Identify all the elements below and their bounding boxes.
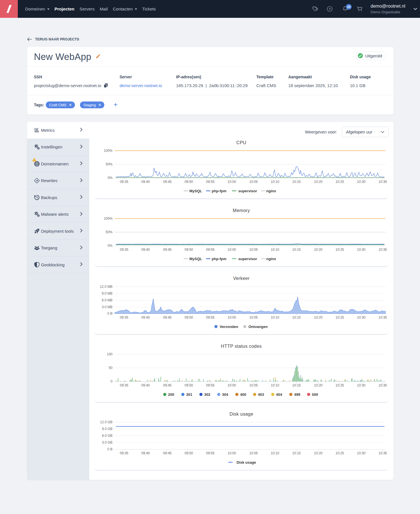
svg-text:3.0 GB: 3.0 GB bbox=[102, 440, 112, 444]
svg-text:10:30: 10:30 bbox=[357, 316, 365, 319]
svg-text:MySQL: MySQL bbox=[189, 189, 202, 193]
svg-text:302: 302 bbox=[204, 392, 211, 397]
svg-text:10:25: 10:25 bbox=[335, 316, 344, 319]
svg-text:50: 50 bbox=[109, 366, 113, 370]
svg-text:09:35: 09:35 bbox=[120, 248, 128, 252]
svg-text:10:15: 10:15 bbox=[292, 316, 301, 319]
svg-text:10:25: 10:25 bbox=[335, 383, 344, 387]
svg-text:10:15: 10:15 bbox=[292, 248, 301, 252]
svg-text:10:05: 10:05 bbox=[249, 451, 258, 455]
svg-text:09:55: 09:55 bbox=[206, 180, 215, 184]
svg-text:nginx: nginx bbox=[266, 189, 276, 193]
svg-text:Disk usage: Disk usage bbox=[237, 460, 256, 465]
svg-text:10:10: 10:10 bbox=[271, 180, 279, 184]
svg-text:10:25: 10:25 bbox=[335, 451, 344, 455]
svg-text:0 B: 0 B bbox=[107, 312, 112, 316]
svg-text:09:40: 09:40 bbox=[141, 248, 150, 252]
svg-text:php-fpm: php-fpm bbox=[212, 189, 226, 193]
svg-text:09:45: 09:45 bbox=[163, 316, 172, 319]
svg-text:10:30: 10:30 bbox=[357, 180, 365, 184]
svg-text:10:15: 10:15 bbox=[292, 180, 301, 184]
svg-text:10:20: 10:20 bbox=[314, 383, 322, 387]
svg-text:10:30: 10:30 bbox=[357, 383, 365, 387]
svg-text:10:35: 10:35 bbox=[378, 451, 387, 455]
svg-text:10:25: 10:25 bbox=[335, 248, 344, 252]
svg-text:10:10: 10:10 bbox=[271, 248, 279, 252]
svg-text:09:50: 09:50 bbox=[185, 383, 193, 387]
svg-text:50%: 50% bbox=[106, 230, 112, 234]
svg-text:0 B: 0 B bbox=[107, 447, 112, 451]
svg-text:php-fpm: php-fpm bbox=[212, 257, 226, 261]
svg-text:09:35: 09:35 bbox=[120, 451, 128, 455]
svg-text:09:45: 09:45 bbox=[163, 383, 172, 387]
svg-text:10:05: 10:05 bbox=[249, 316, 258, 319]
svg-text:10:00: 10:00 bbox=[228, 248, 236, 252]
svg-text:09:50: 09:50 bbox=[185, 316, 193, 319]
svg-text:6.0 MB: 6.0 MB bbox=[102, 298, 112, 302]
svg-text:0%: 0% bbox=[108, 244, 113, 248]
svg-text:09:55: 09:55 bbox=[206, 316, 215, 319]
svg-text:10:35: 10:35 bbox=[378, 248, 387, 252]
svg-text:10:00: 10:00 bbox=[228, 316, 236, 319]
svg-text:10:20: 10:20 bbox=[314, 248, 322, 252]
svg-text:09:55: 09:55 bbox=[206, 248, 215, 252]
svg-text:09:40: 09:40 bbox=[141, 316, 150, 319]
svg-text:09:40: 09:40 bbox=[141, 180, 150, 184]
svg-text:09:35: 09:35 bbox=[120, 316, 128, 319]
svg-text:10:00: 10:00 bbox=[228, 383, 236, 387]
svg-text:09:45: 09:45 bbox=[163, 451, 172, 455]
svg-text:10:30: 10:30 bbox=[357, 451, 365, 455]
svg-text:304: 304 bbox=[222, 392, 228, 397]
svg-text:3.0 MB: 3.0 MB bbox=[102, 305, 112, 309]
svg-text:10:10: 10:10 bbox=[271, 316, 279, 319]
svg-text:403: 403 bbox=[258, 392, 264, 397]
svg-text:10:20: 10:20 bbox=[314, 451, 322, 455]
svg-text:09:40: 09:40 bbox=[141, 451, 150, 455]
svg-text:Verkeer: Verkeer bbox=[233, 276, 250, 281]
svg-text:100%: 100% bbox=[104, 149, 112, 153]
svg-text:09:50: 09:50 bbox=[185, 180, 193, 184]
svg-text:10:35: 10:35 bbox=[378, 180, 387, 184]
svg-text:nginx: nginx bbox=[266, 257, 276, 261]
svg-text:10:10: 10:10 bbox=[271, 383, 279, 387]
svg-text:supervisor: supervisor bbox=[238, 257, 257, 261]
svg-text:09:35: 09:35 bbox=[120, 180, 128, 184]
svg-text:10:05: 10:05 bbox=[249, 383, 258, 387]
svg-text:12.0 MB: 12.0 MB bbox=[100, 285, 112, 289]
svg-text:10:15: 10:15 bbox=[292, 383, 301, 387]
svg-text:Memory: Memory bbox=[233, 208, 250, 213]
svg-text:500: 500 bbox=[312, 392, 318, 397]
svg-text:10:05: 10:05 bbox=[249, 248, 258, 252]
svg-text:10:20: 10:20 bbox=[314, 316, 322, 319]
svg-text:12.0 GB: 12.0 GB bbox=[100, 420, 112, 424]
svg-text:09:55: 09:55 bbox=[206, 451, 215, 455]
svg-text:10:10: 10:10 bbox=[271, 451, 279, 455]
svg-text:10:30: 10:30 bbox=[357, 248, 365, 252]
svg-text:10:00: 10:00 bbox=[228, 451, 236, 455]
svg-text:HTTP status codes: HTTP status codes bbox=[221, 344, 262, 349]
svg-text:10:25: 10:25 bbox=[335, 180, 344, 184]
svg-text:09:45: 09:45 bbox=[163, 248, 172, 252]
svg-text:6.0 GB: 6.0 GB bbox=[102, 434, 112, 438]
svg-text:Verzonden: Verzonden bbox=[220, 325, 238, 329]
svg-text:10:15: 10:15 bbox=[292, 451, 301, 455]
svg-text:09:35: 09:35 bbox=[120, 383, 128, 387]
svg-text:09:40: 09:40 bbox=[141, 383, 150, 387]
svg-text:supervisor: supervisor bbox=[238, 189, 257, 193]
svg-text:499: 499 bbox=[294, 392, 300, 397]
svg-text:200: 200 bbox=[168, 392, 174, 397]
svg-text:Ontvangen: Ontvangen bbox=[248, 325, 268, 329]
svg-text:400: 400 bbox=[240, 392, 246, 397]
svg-text:10:00: 10:00 bbox=[228, 180, 236, 184]
svg-text:MySQL: MySQL bbox=[189, 257, 202, 261]
svg-text:09:45: 09:45 bbox=[163, 180, 172, 184]
svg-text:9.0 GB: 9.0 GB bbox=[102, 427, 112, 431]
svg-text:10:20: 10:20 bbox=[314, 180, 322, 184]
svg-text:0%: 0% bbox=[108, 176, 113, 180]
svg-text:0: 0 bbox=[111, 379, 112, 383]
svg-text:09:50: 09:50 bbox=[185, 248, 193, 252]
svg-text:09:50: 09:50 bbox=[185, 451, 193, 455]
svg-text:10:05: 10:05 bbox=[249, 180, 258, 184]
svg-text:?: ? bbox=[329, 7, 331, 11]
svg-text:10:35: 10:35 bbox=[378, 383, 387, 387]
